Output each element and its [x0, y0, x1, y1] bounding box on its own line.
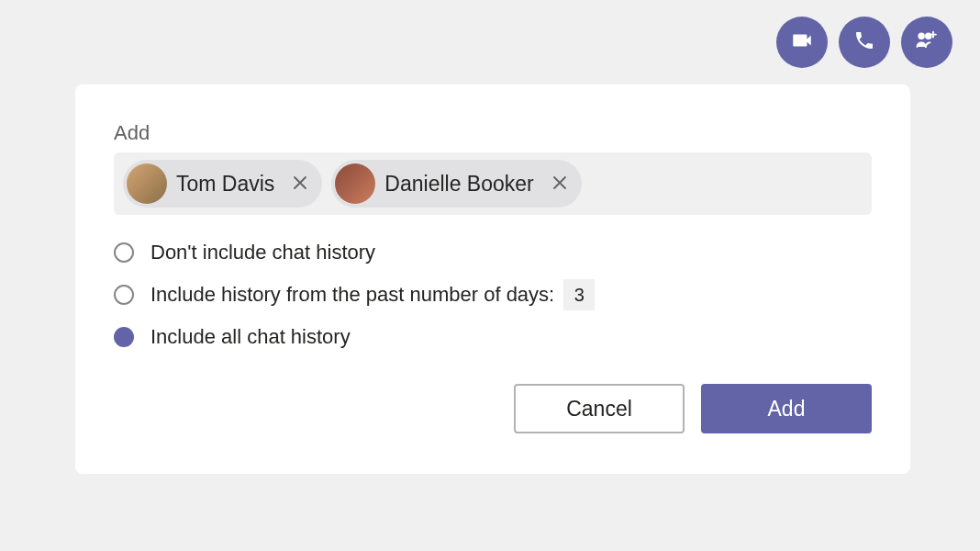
- people-picker-input[interactable]: Tom Davis Danielle Booker: [114, 152, 872, 215]
- history-options: Don't include chat history Include histo…: [114, 241, 872, 349]
- radio-button[interactable]: [114, 285, 134, 305]
- audio-call-button[interactable]: [839, 17, 890, 68]
- video-icon: [790, 28, 814, 56]
- close-icon: [293, 175, 307, 190]
- chat-action-bar: [776, 17, 952, 68]
- person-chip-name: Tom Davis: [176, 172, 274, 197]
- radio-button[interactable]: [114, 327, 134, 347]
- option-days-history[interactable]: Include history from the past number of …: [114, 279, 872, 310]
- avatar: [127, 163, 167, 204]
- dialog-title: Add: [114, 121, 872, 145]
- option-label: Include all chat history: [150, 325, 351, 349]
- person-chip: Tom Davis: [123, 160, 322, 208]
- avatar: [335, 163, 375, 204]
- add-people-icon: [914, 28, 940, 57]
- radio-button[interactable]: [114, 242, 134, 263]
- option-all-history[interactable]: Include all chat history: [114, 325, 872, 349]
- option-label: Don't include chat history: [150, 241, 375, 264]
- video-call-button[interactable]: [776, 17, 828, 68]
- svg-point-0: [919, 34, 924, 39]
- add-button[interactable]: Add: [701, 384, 872, 433]
- remove-person-button[interactable]: [289, 174, 311, 195]
- option-label: Include history from the past number of …: [150, 279, 595, 310]
- cancel-button[interactable]: Cancel: [514, 384, 685, 433]
- close-icon: [552, 175, 567, 190]
- dialog-button-row: Cancel Add: [114, 384, 872, 433]
- add-people-dialog: Add Tom Davis Danielle Booker Don't incl…: [75, 84, 910, 474]
- option-days-prefix: Include history from the past number of …: [150, 283, 554, 307]
- person-chip-name: Danielle Booker: [384, 172, 533, 197]
- option-no-history[interactable]: Don't include chat history: [114, 241, 872, 264]
- phone-icon: [853, 29, 875, 55]
- person-chip: Danielle Booker: [331, 160, 581, 208]
- days-input[interactable]: [563, 279, 595, 310]
- remove-person-button[interactable]: [549, 174, 571, 195]
- add-people-button[interactable]: [901, 17, 952, 68]
